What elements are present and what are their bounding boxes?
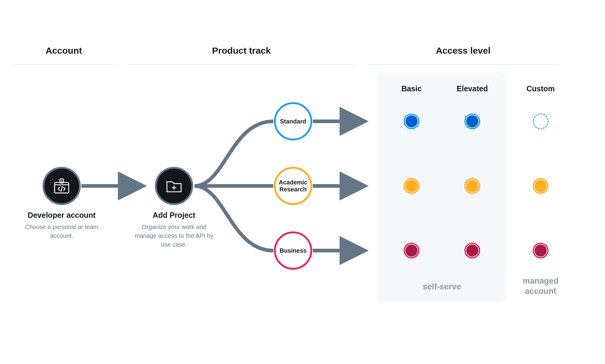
self-serve-panel	[378, 72, 506, 303]
track-standard-node: Standard	[274, 102, 312, 140]
svg-point-7	[61, 180, 62, 182]
add-project-label: Add Project Organize your work and manag…	[132, 211, 217, 249]
add-project-node	[155, 167, 193, 205]
track-academic-label: Academic Research	[276, 179, 310, 193]
footer-managed-account: managed account	[513, 276, 568, 297]
access-col-basic: Basic	[387, 84, 436, 93]
developer-account-subtitle: Choose a personal or team account.	[19, 223, 104, 240]
access-col-custom: Custom	[516, 84, 565, 93]
access-col-elevated: Elevated	[448, 84, 497, 93]
add-project-title: Add Project	[132, 211, 217, 220]
dot-business-basic	[405, 244, 418, 257]
section-header-account: Account	[12, 46, 115, 65]
track-business-label: Business	[280, 247, 307, 254]
add-folder-icon	[165, 177, 183, 195]
dot-standard-elevated	[466, 115, 478, 127]
footer-self-serve: self-serve	[378, 282, 506, 292]
track-standard-label: Standard	[280, 118, 306, 125]
track-academic-node: Academic Research	[274, 167, 312, 205]
section-header-access-level: Access level	[367, 46, 559, 65]
dot-business-elevated	[466, 244, 478, 257]
dot-standard-basic	[405, 115, 418, 127]
dot-academic-custom	[535, 180, 547, 192]
add-project-subtitle: Organize your work and manage access to …	[132, 223, 217, 249]
developer-account-title: Developer account	[19, 211, 104, 220]
dot-business-custom	[535, 244, 547, 257]
track-business-node: Business	[274, 231, 312, 270]
developer-account-node	[43, 167, 81, 205]
dot-academic-elevated	[466, 180, 478, 192]
dot-standard-custom-ring	[533, 113, 549, 129]
dot-academic-basic	[405, 180, 418, 192]
section-header-product-track: Product track	[128, 46, 355, 65]
code-folder-icon	[52, 177, 71, 195]
developer-account-label: Developer account Choose a personal or t…	[19, 211, 104, 240]
